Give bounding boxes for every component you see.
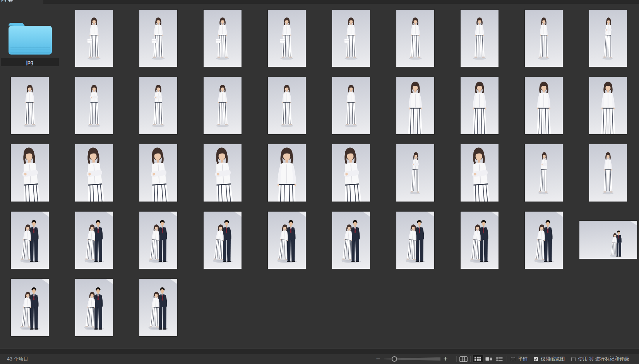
photo-thumbnail[interactable] <box>268 77 306 134</box>
photo-thumbnail[interactable] <box>11 77 49 134</box>
photo-thumbnail[interactable] <box>396 77 434 134</box>
panel-tab-bar: 内容 <box>0 0 639 4</box>
photo-thumbnail[interactable] <box>139 144 177 202</box>
photo-thumbnail[interactable] <box>139 279 177 336</box>
view-as-details-button[interactable] <box>485 354 493 364</box>
content-panel-tab-label: 内容 <box>1 0 15 3</box>
photo-thumbnail[interactable] <box>461 212 499 269</box>
zoom-out-button[interactable]: − <box>374 354 382 364</box>
photo-thumbnail[interactable] <box>525 212 563 269</box>
separator <box>456 356 457 362</box>
photo-thumbnail[interactable] <box>11 279 49 336</box>
zoom-in-button[interactable]: + <box>441 354 450 364</box>
photo-thumbnail[interactable] <box>75 77 113 134</box>
photo-thumbnail[interactable] <box>579 221 637 259</box>
photo-thumbnail[interactable] <box>332 144 370 202</box>
thumbnails-view-icon <box>475 357 481 361</box>
checkbox-label: 仅限缩览图 <box>541 356 565 362</box>
photo-thumbnail[interactable] <box>268 212 306 269</box>
photo-thumbnail[interactable] <box>332 212 370 269</box>
checkbox-box[interactable] <box>571 357 576 361</box>
photo-thumbnail[interactable] <box>396 144 434 202</box>
photo-thumbnail[interactable] <box>11 144 49 202</box>
view-as-thumbnails-button[interactable] <box>472 355 483 363</box>
list-view-icon <box>496 357 503 361</box>
photo-thumbnail[interactable] <box>75 144 113 202</box>
photo-thumbnail[interactable] <box>75 212 113 269</box>
photo-thumbnail[interactable] <box>204 212 242 269</box>
photo-thumbnail[interactable] <box>461 10 499 67</box>
photo-thumbnail[interactable] <box>11 212 49 269</box>
grid-outline-icon <box>459 356 468 362</box>
bridge-window: 内容 jpg 43 个项目 − + <box>0 0 639 364</box>
photo-thumbnail[interactable] <box>204 144 242 202</box>
details-view-icon <box>485 357 492 361</box>
statusbar-divider <box>0 349 639 354</box>
photo-thumbnail[interactable] <box>396 212 434 269</box>
option-checkboxes: 平铺仅限缩览图使用 ⌘ 进行标记和评级 <box>511 354 629 364</box>
checkbox-box[interactable] <box>511 357 515 361</box>
checkbox-box[interactable] <box>534 357 538 361</box>
photo-thumbnail[interactable] <box>396 10 434 67</box>
slider-knob[interactable] <box>392 356 397 362</box>
photo-thumbnail[interactable] <box>268 10 306 67</box>
photo-thumbnail[interactable] <box>461 144 499 202</box>
photo-thumbnail[interactable] <box>139 77 177 134</box>
lock-thumbnail-grid-button[interactable] <box>459 354 468 364</box>
photo-thumbnail[interactable] <box>461 77 499 134</box>
photo-thumbnail[interactable] <box>332 10 370 67</box>
folder-item[interactable]: jpg <box>0 4 62 71</box>
view-as-list-button[interactable] <box>495 354 504 364</box>
photo-thumbnail[interactable] <box>139 10 177 67</box>
photo-thumbnail[interactable] <box>268 144 306 202</box>
photo-thumbnail[interactable] <box>525 144 563 202</box>
folder-label: jpg <box>1 58 59 66</box>
photo-thumbnail[interactable] <box>589 144 627 202</box>
folder-icon <box>7 19 53 56</box>
photo-thumbnail[interactable] <box>589 77 627 134</box>
photo-thumbnail[interactable] <box>525 10 563 67</box>
thumbnail-grid: jpg <box>0 4 639 349</box>
photo-thumbnail[interactable] <box>139 212 177 269</box>
item-count: 43 个项目 <box>7 354 28 364</box>
separator <box>507 356 507 362</box>
photo-thumbnail[interactable] <box>204 77 242 134</box>
checkbox-label: 平铺 <box>518 356 528 362</box>
photo-thumbnail[interactable] <box>332 77 370 134</box>
status-bar: 43 个项目 − + <box>0 354 639 364</box>
photo-thumbnail[interactable] <box>75 279 113 336</box>
photo-thumbnail[interactable] <box>204 10 242 67</box>
photo-thumbnail[interactable] <box>75 10 113 67</box>
checkbox-label: 使用 ⌘ 进行标记和评级 <box>578 356 629 362</box>
thumbnail-only-checkbox[interactable]: 仅限缩览图 <box>534 356 565 362</box>
tile-checkbox[interactable]: 平铺 <box>511 356 528 362</box>
photo-thumbnail[interactable] <box>525 77 563 134</box>
content-panel-tab[interactable]: 内容 <box>0 0 43 4</box>
separator <box>470 356 471 362</box>
use-cmd-for-ratings-checkbox[interactable]: 使用 ⌘ 进行标记和评级 <box>571 356 629 362</box>
photo-thumbnail[interactable] <box>589 10 627 67</box>
